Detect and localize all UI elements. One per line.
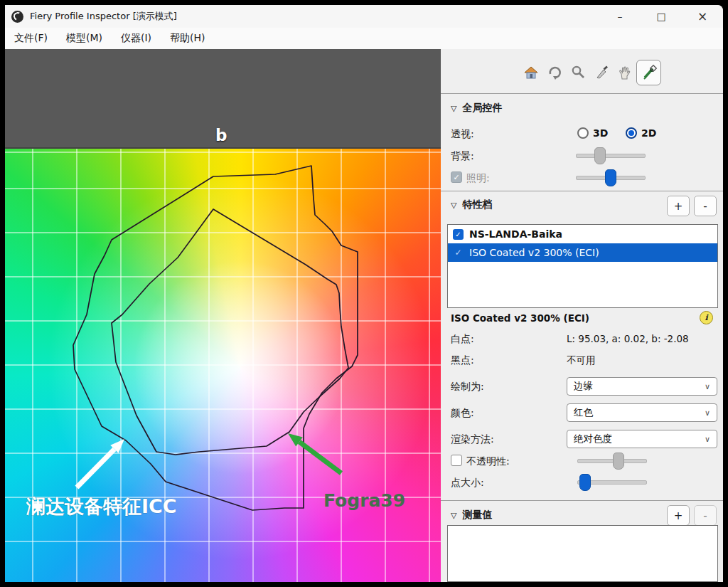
background-slider-handle[interactable] — [594, 147, 606, 164]
render-method-label: 渲染方法: — [451, 433, 494, 446]
radio-3d[interactable] — [577, 127, 589, 139]
b-axis-label: b — [215, 126, 227, 144]
black-point-value: 不可用 — [567, 354, 596, 367]
info-glyph: i — [705, 313, 707, 322]
slice-tool-button[interactable] — [589, 60, 613, 85]
lighting-checkbox[interactable]: ✓ — [451, 171, 462, 183]
hand-icon — [617, 65, 633, 80]
draw-as-dropdown[interactable]: 边缘 ∨ — [567, 377, 717, 396]
reference-arrow — [299, 442, 341, 473]
reference-annotation-label: Fogra39 — [323, 490, 405, 511]
menu-file[interactable]: 文件(F) — [5, 28, 57, 49]
point-size-slider-handle[interactable] — [579, 474, 591, 491]
profile-name: NS-LANDA-Baika — [469, 228, 562, 240]
background-label: 背景: — [451, 150, 474, 163]
menu-model[interactable]: 模型(M) — [57, 28, 112, 49]
minimize-button[interactable]: – — [599, 5, 641, 28]
white-point-label: 白点: — [451, 333, 474, 346]
collapse-triangle-icon[interactable]: ▽ — [451, 201, 456, 210]
lighting-slider[interactable] — [576, 169, 646, 185]
home-view-button[interactable] — [519, 60, 542, 85]
collapse-triangle-icon[interactable]: ▽ — [451, 511, 456, 520]
gamut-device-outline — [73, 166, 358, 510]
add-profile-button[interactable]: + — [667, 196, 690, 216]
collapse-triangle-icon[interactable]: ▽ — [451, 104, 456, 113]
color-label: 颜色: — [451, 407, 474, 420]
background-slider-track[interactable] — [576, 154, 646, 158]
profiles-header[interactable]: ▽ 特性档 — [451, 199, 492, 211]
profile-name: ISO Coated v2 300% (ECI) — [469, 247, 599, 258]
profile-info-icon[interactable]: i — [700, 311, 713, 324]
knife-icon — [593, 64, 610, 81]
color-value: 红色 — [567, 406, 705, 419]
opacity-checkbox[interactable] — [451, 455, 462, 466]
measurement-list[interactable] — [447, 525, 718, 582]
profile-checkbox-checked-icon[interactable]: ✓ — [453, 229, 464, 240]
render-method-value: 绝对色度 — [567, 433, 705, 445]
opacity-slider[interactable] — [577, 453, 647, 468]
selected-profile-title: ISO Coated v2 300% (ECI) — [451, 312, 589, 324]
radio-3d-label[interactable]: 3D — [593, 127, 608, 139]
remove-measurement-button[interactable]: - — [694, 505, 717, 526]
gamut-overlay: 澜达设备特征ICC Fogra39 — [5, 149, 441, 582]
measurements-header[interactable]: ▽ 测量值 — [451, 509, 492, 522]
color-picker-button[interactable] — [636, 60, 661, 85]
draw-as-value: 边缘 — [567, 380, 705, 393]
point-size-slider[interactable] — [577, 474, 647, 490]
profile-row-ns-landa[interactable]: ✓ NS-LANDA-Baika — [448, 225, 717, 243]
window-title: Fiery Profile Inspector [演示模式] — [30, 10, 177, 23]
radio-2d[interactable] — [626, 127, 637, 139]
add-measurement-button[interactable]: + — [667, 505, 690, 526]
color-dropdown[interactable]: 红色 ∨ — [567, 403, 717, 422]
menubar: 文件(F) 模型(M) 仪器(I) 帮助(H) — [5, 28, 723, 50]
gamut-viewport[interactable]: b 澜达设备特征ICC Fogra39 — [5, 49, 441, 582]
menu-help[interactable]: 帮助(H) — [161, 28, 214, 49]
home-icon — [523, 64, 540, 81]
profile-check-icon[interactable]: ✓ — [453, 248, 464, 258]
opacity-slider-track[interactable] — [577, 459, 647, 463]
black-point-label: 黑点: — [451, 354, 474, 367]
measurements-title: 测量值 — [462, 509, 492, 522]
render-method-dropdown[interactable]: 绝对色度 ∨ — [567, 430, 717, 448]
radio-2d-label[interactable]: 2D — [641, 127, 656, 139]
view-toolbar — [519, 60, 661, 85]
lighting-slider-handle[interactable] — [605, 169, 616, 186]
eyedropper-icon — [641, 64, 658, 81]
profile-list[interactable]: ✓ NS-LANDA-Baika ✓ ISO Coated v2 300% (E… — [447, 224, 718, 308]
gamut-reference-outline — [112, 209, 348, 455]
separator — [441, 93, 723, 94]
lighting-label: 照明: — [466, 172, 490, 185]
chevron-down-icon: ∨ — [705, 435, 717, 444]
rotate-view-button[interactable] — [542, 60, 566, 85]
chevron-down-icon: ∨ — [705, 408, 717, 418]
rotate-icon — [546, 64, 563, 81]
draw-as-label: 绘制为: — [451, 381, 484, 393]
zoom-view-button[interactable] — [566, 60, 589, 85]
ab-color-plane[interactable]: 澜达设备特征ICC Fogra39 — [5, 149, 441, 582]
background-slider[interactable] — [576, 147, 646, 163]
magnifier-icon — [570, 65, 586, 80]
opacity-label: 不透明性: — [466, 455, 510, 468]
device-arrow — [77, 449, 114, 487]
window-controls: – □ × — [599, 5, 723, 28]
control-panel: ▽ 全局控件 透视: 3D 2D 背景: ✓ 照明: ▽ 特性档 + - — [441, 49, 723, 582]
titlebar: Fiery Profile Inspector [演示模式] – □ × — [5, 5, 723, 28]
perspective-label: 透视: — [451, 128, 474, 141]
global-controls-header[interactable]: ▽ 全局控件 — [451, 102, 502, 115]
device-annotation-label: 澜达设备特征ICC — [26, 495, 177, 517]
close-button[interactable]: × — [682, 5, 723, 28]
lighting-checkbox-check-icon: ✓ — [453, 173, 459, 182]
opacity-slider-handle[interactable] — [613, 453, 624, 470]
white-point-value: L: 95.03, a: 0.02, b: -2.08 — [567, 333, 689, 344]
pan-tool-button[interactable] — [613, 60, 636, 85]
maximize-button[interactable]: □ — [641, 5, 682, 28]
menu-instrument[interactable]: 仪器(I) — [112, 28, 161, 49]
point-size-label: 点大小: — [451, 477, 484, 490]
profile-row-iso-coated[interactable]: ✓ ISO Coated v2 300% (ECI) — [448, 243, 717, 262]
annotation-arrows — [77, 433, 341, 487]
separator — [441, 191, 723, 191]
profiles-title: 特性档 — [462, 199, 492, 211]
app-window: Fiery Profile Inspector [演示模式] – □ × 文件(… — [5, 5, 723, 582]
remove-profile-button[interactable]: - — [694, 196, 717, 216]
global-controls-title: 全局控件 — [462, 102, 502, 115]
